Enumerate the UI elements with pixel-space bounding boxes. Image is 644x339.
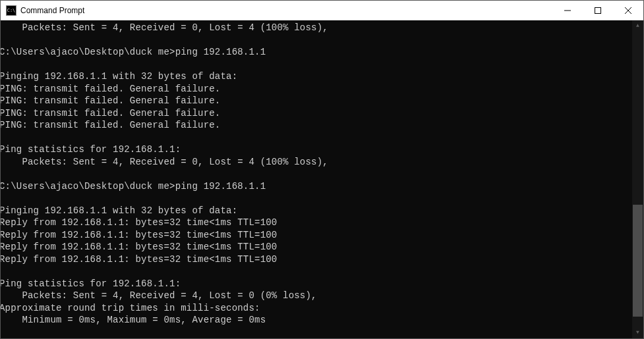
scrollbar-thumb[interactable]: [633, 205, 643, 317]
cmd-icon: C:\: [6, 5, 16, 16]
terminal-line: Ping statistics for 192.168.1.1:: [1, 143, 476, 156]
svg-rect-1: [595, 7, 601, 13]
terminal-line: Minimum = 0ms, Maximum = 0ms, Average = …: [1, 314, 476, 326]
terminal-line: Pinging 192.168.1.1 with 32 bytes of dat…: [1, 70, 476, 83]
minimize-button[interactable]: [552, 1, 583, 20]
terminal-line: [1, 265, 476, 278]
window-title: Command Prompt: [20, 6, 552, 15]
terminal-line: Packets: Sent = 4, Received = 4, Lost = …: [1, 290, 476, 302]
terminal-line: Approximate round trip times in milli-se…: [1, 302, 476, 315]
terminal-line: [1, 168, 476, 180]
window-controls: [552, 1, 643, 20]
terminal-line: Reply from 192.168.1.1: bytes=32 time<1m…: [1, 253, 476, 266]
terminal-line: Pinging 192.168.1.1 with 32 bytes of dat…: [1, 205, 476, 217]
terminal-line: PING: transmit failed. General failure.: [1, 107, 476, 120]
terminal-line: Packets: Sent = 4, Received = 0, Lost = …: [1, 156, 476, 169]
terminal-line: PING: transmit failed. General failure.: [1, 95, 476, 107]
terminal-line: Reply from 192.168.1.1: bytes=32 time<1m…: [1, 217, 476, 229]
vertical-scrollbar[interactable]: ▲ ▼: [632, 20, 643, 338]
terminal-line: [1, 34, 476, 47]
terminal-line: Packets: Sent = 4, Received = 0, Lost = …: [1, 22, 476, 34]
terminal-line: [1, 59, 476, 71]
terminal-line: Reply from 192.168.1.1: bytes=32 time<1m…: [1, 229, 476, 242]
terminal-line: PING: transmit failed. General failure.: [1, 119, 476, 132]
terminal-line: Reply from 192.168.1.1: bytes=32 time<1m…: [1, 241, 476, 253]
command-prompt-window: C:\ Command Prompt Packets: Sent = 4, Re…: [0, 0, 644, 339]
terminal-line: PING: transmit failed. General failure.: [1, 83, 476, 95]
terminal-line: [1, 326, 476, 339]
scroll-up-arrow[interactable]: ▲: [632, 20, 643, 32]
terminal-output: Packets: Sent = 4, Received = 0, Lost = …: [1, 22, 476, 338]
terminal-line: Ping statistics for 192.168.1.1:: [1, 278, 476, 290]
maximize-button[interactable]: [583, 1, 613, 20]
terminal-area[interactable]: Packets: Sent = 4, Received = 0, Lost = …: [1, 20, 643, 338]
terminal-line: [1, 192, 476, 205]
titlebar[interactable]: C:\ Command Prompt: [1, 1, 643, 20]
terminal-line: C:\Users\ajaco\Desktop\duck me>ping 192.…: [1, 46, 476, 59]
scroll-down-arrow[interactable]: ▼: [632, 327, 643, 338]
terminal-line: [1, 132, 476, 144]
close-button[interactable]: [613, 1, 643, 20]
terminal-line: C:\Users\ajaco\Desktop\duck me>ping 192.…: [1, 180, 476, 193]
